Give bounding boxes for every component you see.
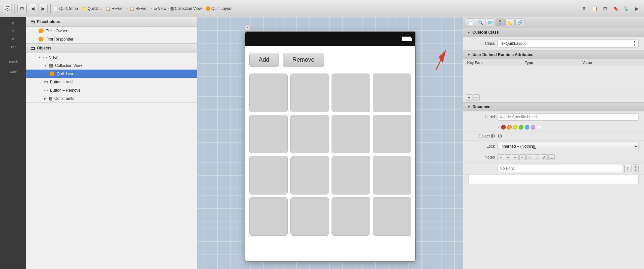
rpti-connections-icon[interactable]: 🔗 (515, 18, 524, 26)
label-row-label: Label (469, 115, 495, 119)
label-input[interactable] (497, 113, 639, 121)
color-yellow[interactable] (513, 125, 518, 130)
objects-header: 🗃 Objects (26, 44, 197, 53)
rpti-file-icon[interactable]: 📄 (466, 18, 475, 26)
lock-select[interactable]: Inherited – (Nothing) (497, 143, 639, 150)
udra-empty (463, 66, 644, 93)
constraints-triangle[interactable]: ▶ (44, 97, 46, 100)
breadcrumb-item-rfview2[interactable]: 📋 RFVie... (129, 6, 149, 11)
font-input[interactable] (497, 165, 623, 172)
rpti-size-icon[interactable]: 📐 (505, 18, 515, 26)
class-stepper-down[interactable]: ▼ (633, 44, 636, 47)
udra-add-button[interactable]: + (466, 94, 472, 101)
view-triangle[interactable]: ▼ (38, 56, 41, 59)
quiltdemo-icon: 📄 (53, 6, 58, 11)
udra-triangle[interactable]: ▼ (467, 53, 470, 57)
sidebar-xib-label[interactable]: xib (11, 45, 15, 49)
bookmark-icon[interactable]: 🔖 (611, 4, 620, 13)
view-icon: ▭ (153, 6, 157, 11)
collection-cell-3 (332, 74, 370, 112)
color-x[interactable]: × (497, 125, 500, 130)
breadcrumb-item-rfview1[interactable]: 📋 RFVie... (106, 6, 126, 11)
class-stepper[interactable]: ▲ ▼ (633, 40, 636, 46)
notes-align-right[interactable]: ≡ (512, 154, 519, 160)
color-blue[interactable] (525, 125, 529, 130)
breadcrumb-item-view[interactable]: ▭ View (153, 6, 167, 11)
notes-align-justify[interactable]: ≡ (519, 154, 526, 160)
remove-button[interactable]: Remove (283, 53, 324, 67)
collection-view-triangle[interactable]: ▼ (44, 64, 47, 67)
constraints-row[interactable]: ▶ ▦ Constraints (26, 94, 197, 103)
class-input[interactable]: RFQuiltLayout ▲ ▼ (497, 40, 639, 47)
notes-text[interactable]: A (541, 154, 548, 160)
add-button[interactable]: Add (249, 53, 279, 67)
breadcrumb-item-quilt-layout[interactable]: 🟠 Quilt Layout (205, 6, 232, 11)
inspector-icon[interactable]: 📋 (590, 4, 599, 13)
quilt-layout-row-label: Quilt Layout (57, 72, 78, 76)
constraints-row-icon: ▦ (48, 96, 52, 101)
color-white[interactable] (537, 125, 541, 130)
color-green[interactable] (519, 125, 523, 130)
notes-dash[interactable]: — (526, 154, 533, 160)
class-stepper-up[interactable]: ▲ (633, 40, 636, 44)
breadcrumb-sep-2: › (127, 7, 128, 10)
right-panel: 📄 🔍 🪪 🎛 📐 🔗 ▼ Custom Class Class RFQuilt… (463, 17, 644, 269)
color-red[interactable] (501, 125, 506, 130)
font-stepper-down[interactable]: ▼ (633, 168, 638, 172)
notes-row: Notes ≡ ≡ ≡ ≡ — ◻ A ... (463, 152, 644, 163)
class-label-text: C (485, 41, 488, 46)
sidebar-left-ework2[interactable]: work (3, 69, 23, 75)
custom-class-label: Custom Class (472, 30, 499, 35)
udra-header-label: User Defined Runtime Attributes (472, 52, 533, 57)
udra-remove-button[interactable]: − (473, 94, 480, 101)
breadcrumb-label-1: QuiltD... (88, 6, 102, 11)
forward-icon[interactable]: ▶ (39, 4, 48, 13)
button-add-row-label: Button – Add (50, 80, 73, 84)
document-triangle[interactable]: ▼ (467, 105, 470, 109)
color-orange[interactable] (507, 125, 512, 130)
battery-icon (402, 37, 411, 41)
sidebar-left-network1[interactable]: h (3, 20, 23, 26)
canvas-close-button[interactable]: × (245, 24, 251, 30)
button-add-row[interactable]: ▭ Button – Add (26, 78, 197, 86)
share-icon[interactable]: ⬆ (579, 4, 589, 13)
collection-cell-11 (332, 156, 370, 194)
files-owner-icon: 🟠 (38, 28, 43, 33)
notes-box[interactable]: ◻ (534, 154, 540, 160)
custom-class-triangle[interactable]: ▼ (467, 31, 470, 34)
view-toggle-icon[interactable]: ⊟ (601, 4, 610, 13)
breadcrumb-item-quiltdemo[interactable]: 📄 QuiltDemo (53, 6, 78, 11)
collection-view-row[interactable]: ▼ ▦ Collection View (26, 61, 197, 70)
chat-icon[interactable]: 💬 (3, 4, 12, 13)
forward2-icon[interactable]: ▶ (632, 4, 641, 13)
breadcrumb-item-quiltd[interactable]: 📁 QuiltD... (82, 6, 102, 11)
breadcrumb-label-4: View (158, 6, 167, 11)
first-responder-row[interactable]: 🟠 First Responder (26, 35, 197, 43)
button-remove-row[interactable]: ▭ Button – Remove (26, 86, 197, 94)
view-row[interactable]: ▼ ▭ View (26, 53, 197, 61)
notes-align-left[interactable]: ≡ (497, 154, 504, 160)
grid-icon[interactable]: ⊞ (17, 4, 27, 13)
quilt-layout-icon: 🟠 (205, 6, 210, 11)
files-owner-row[interactable]: 🟠 File's Owner (26, 27, 197, 35)
wifi-icon[interactable]: 📡 (622, 4, 631, 13)
collection-cell-5 (249, 115, 288, 153)
rpti-identity-icon[interactable]: 🪪 (486, 18, 495, 26)
button-remove-row-icon: ▭ (44, 88, 48, 93)
font-T-button[interactable]: T (624, 165, 631, 172)
rpti-attributes-icon[interactable]: 🎛 (496, 18, 505, 26)
toolbar-sep-2 (50, 4, 51, 14)
sidebar-left-network2[interactable]: m (3, 28, 23, 34)
back-icon[interactable]: ◀ (28, 4, 37, 13)
font-stepper-up[interactable]: ▲ (633, 165, 638, 168)
text-input-area[interactable] (469, 175, 639, 184)
quilt-layout-row[interactable]: 🟠 Quilt Layout (26, 70, 197, 78)
button-add-row-icon: ▭ (44, 79, 48, 84)
color-purple[interactable] (531, 125, 535, 130)
breadcrumb-item-collection-view[interactable]: ▦ Collection View (170, 6, 202, 11)
notes-align-center[interactable]: ≡ (505, 154, 511, 160)
sidebar-left-ework1[interactable]: ework (3, 58, 23, 65)
notes-more[interactable]: ... (548, 154, 555, 160)
sidebar-left-network3[interactable]: n (3, 36, 23, 42)
rpti-quick-icon[interactable]: 🔍 (476, 18, 485, 26)
